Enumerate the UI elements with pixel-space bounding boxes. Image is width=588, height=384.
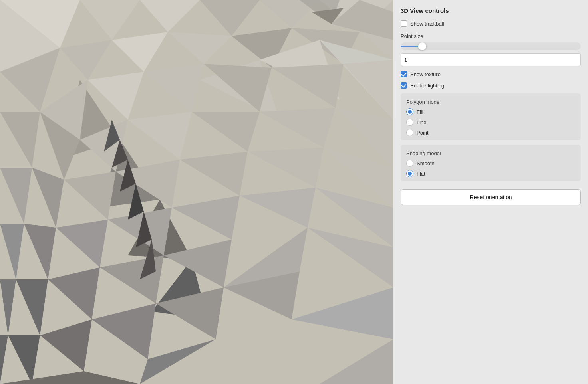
polygon-fill-row: Fill [406, 108, 575, 115]
shading-flat-row: Flat [406, 170, 575, 177]
show-texture-row: Show texture [401, 71, 581, 77]
polygon-point-radio[interactable] [406, 129, 413, 136]
polygon-mode-group: Polygon mode Fill Line Point [401, 93, 581, 140]
panel-title: 3D View controls [401, 7, 581, 14]
controls-panel: 3D View controls Show trackball Point si… [393, 0, 588, 384]
reset-orientation-button[interactable]: Reset orientation [401, 189, 581, 205]
shading-flat-label: Flat [417, 171, 425, 177]
show-trackball-checkbox[interactable] [401, 20, 407, 27]
enable-lighting-label: Enable lighting [410, 83, 444, 89]
3d-viewport[interactable] [0, 0, 393, 384]
shading-smooth-radio[interactable] [406, 160, 413, 167]
point-size-slider[interactable] [401, 42, 581, 50]
show-trackball-label: Show trackball [410, 21, 444, 27]
point-size-label: Point size [401, 33, 581, 39]
shading-model-label: Shading model [406, 150, 575, 156]
show-texture-checkbox[interactable] [401, 71, 407, 77]
show-texture-label: Show texture [410, 71, 441, 77]
polygon-fill-label: Fill [417, 109, 423, 115]
slider-thumb[interactable] [418, 42, 426, 50]
point-size-input[interactable] [401, 53, 581, 66]
polygon-line-row: Line [406, 119, 575, 126]
enable-lighting-row: Enable lighting [401, 82, 581, 89]
polygon-mode-label: Polygon mode [406, 99, 575, 105]
shading-smooth-row: Smooth [406, 160, 575, 167]
polygon-point-label: Point [417, 130, 429, 136]
shading-model-group: Shading model Smooth Flat [401, 145, 581, 181]
show-trackball-row: Show trackball [401, 20, 581, 27]
polygon-line-label: Line [417, 119, 427, 125]
shading-smooth-label: Smooth [417, 160, 435, 166]
polygon-fill-radio[interactable] [406, 108, 413, 115]
point-size-section: Point size [401, 32, 581, 66]
polygon-line-radio[interactable] [406, 119, 413, 126]
enable-lighting-checkbox[interactable] [401, 82, 407, 89]
shading-flat-radio[interactable] [406, 170, 413, 177]
polygon-point-row: Point [406, 129, 575, 136]
